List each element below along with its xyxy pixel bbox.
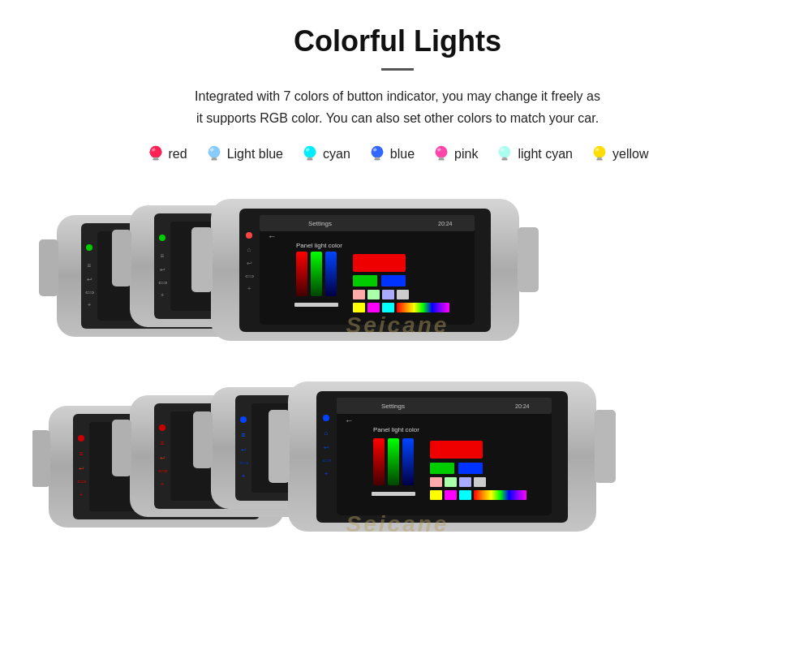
svg-text:Seicane: Seicane xyxy=(346,511,449,536)
svg-text:Panel light color: Panel light color xyxy=(296,242,342,249)
svg-point-142 xyxy=(323,415,329,421)
svg-text:≡: ≡ xyxy=(161,252,165,260)
page-title: Colorful Lights xyxy=(32,24,763,58)
svg-text:Settings: Settings xyxy=(381,403,405,410)
svg-rect-23 xyxy=(502,159,508,161)
svg-text:⟺: ⟺ xyxy=(158,279,168,286)
color-label-cyan: cyan xyxy=(323,147,350,162)
bulb-red-icon xyxy=(147,144,165,165)
svg-text:≡: ≡ xyxy=(241,431,245,439)
title-divider xyxy=(381,68,414,71)
svg-rect-69 xyxy=(381,275,406,286)
svg-text:Settings: Settings xyxy=(308,220,332,227)
svg-rect-77 xyxy=(397,303,449,312)
svg-rect-30 xyxy=(39,239,58,296)
svg-text:+: + xyxy=(88,301,92,308)
color-label-blue: blue xyxy=(390,147,415,162)
svg-text:Seicane: Seicane xyxy=(346,312,449,338)
svg-rect-134 xyxy=(430,477,442,487)
svg-rect-132 xyxy=(430,463,454,474)
svg-rect-70 xyxy=(353,290,365,299)
svg-text:←: ← xyxy=(268,231,277,241)
color-label-pink: pink xyxy=(454,147,478,162)
devices-top-svg: ⌂ ≡ ↩ ⟺ + El... ⌂ ≡ ↩ ⟺ xyxy=(32,183,763,369)
svg-point-25 xyxy=(594,146,606,158)
svg-rect-118 xyxy=(269,410,290,483)
svg-text:≡: ≡ xyxy=(88,262,92,269)
svg-text:⟺: ⟺ xyxy=(158,467,168,475)
svg-rect-127 xyxy=(373,438,385,485)
color-label-yellow: yellow xyxy=(612,147,648,162)
bulb-lightcyan-icon xyxy=(496,144,514,165)
svg-rect-129 xyxy=(402,438,414,485)
svg-point-13 xyxy=(371,146,383,158)
color-label-lightcyan: light cyan xyxy=(518,147,573,162)
svg-rect-19 xyxy=(438,159,444,161)
svg-rect-64 xyxy=(311,252,322,296)
svg-text:20:24: 20:24 xyxy=(515,403,530,409)
device-row-top: ⌂ ≡ ↩ ⟺ + El... ⌂ ≡ ↩ ⟺ xyxy=(32,183,763,369)
svg-rect-15 xyxy=(374,159,380,161)
svg-rect-71 xyxy=(367,290,380,299)
svg-rect-73 xyxy=(397,290,409,299)
svg-rect-131 xyxy=(430,441,483,459)
svg-point-9 xyxy=(304,146,316,158)
bulb-blue-icon xyxy=(368,144,386,165)
svg-point-1 xyxy=(149,146,161,158)
svg-text:↩: ↩ xyxy=(324,444,329,451)
svg-point-112 xyxy=(240,416,247,423)
svg-text:+: + xyxy=(161,480,165,488)
svg-rect-96 xyxy=(112,420,131,476)
svg-point-17 xyxy=(436,146,448,158)
bulb-cyan-icon xyxy=(301,144,319,165)
svg-point-78 xyxy=(246,232,252,239)
svg-rect-130 xyxy=(372,492,415,496)
svg-text:↩: ↩ xyxy=(79,465,84,472)
svg-text:⌂: ⌂ xyxy=(247,246,251,253)
svg-rect-54 xyxy=(191,227,213,292)
svg-text:+: + xyxy=(247,285,251,292)
bulb-pink-icon xyxy=(432,144,450,165)
color-label-lightblue: Light blue xyxy=(227,147,283,162)
svg-rect-65 xyxy=(325,252,337,296)
svg-rect-63 xyxy=(296,252,307,296)
svg-text:⌂: ⌂ xyxy=(324,429,329,437)
svg-text:+: + xyxy=(242,472,246,480)
svg-rect-72 xyxy=(382,290,394,299)
svg-rect-128 xyxy=(388,438,399,485)
svg-rect-55 xyxy=(518,227,539,292)
svg-rect-7 xyxy=(211,159,217,161)
svg-rect-42 xyxy=(112,230,131,286)
device-row-bottom: ⌂ ≡ ↩ ⟺ + ⌂ ≡ ↩ ⟺ + xyxy=(32,369,763,572)
svg-text:↩: ↩ xyxy=(160,266,165,274)
color-item-lightcyan: light cyan xyxy=(496,144,573,165)
svg-point-47 xyxy=(159,235,165,241)
svg-text:↩: ↩ xyxy=(160,454,165,462)
svg-rect-139 xyxy=(445,490,457,500)
svg-rect-136 xyxy=(459,477,471,487)
svg-text:+: + xyxy=(80,491,84,498)
svg-text:≡: ≡ xyxy=(79,450,83,458)
svg-text:+: + xyxy=(324,470,329,477)
svg-point-5 xyxy=(208,146,220,158)
color-item-pink: pink xyxy=(432,144,478,165)
svg-text:←: ← xyxy=(345,416,354,425)
svg-rect-27 xyxy=(596,159,602,161)
svg-rect-68 xyxy=(353,275,377,286)
svg-rect-3 xyxy=(153,159,158,161)
color-list: red Light blue cyan xyxy=(32,144,763,165)
color-item-blue: blue xyxy=(368,144,415,165)
svg-text:⟺: ⟺ xyxy=(85,289,95,296)
description-text: Integrated with 7 colors of button indic… xyxy=(32,85,763,129)
svg-rect-67 xyxy=(353,254,406,272)
svg-text:⟺: ⟺ xyxy=(322,457,332,464)
svg-rect-135 xyxy=(445,477,457,487)
svg-text:+: + xyxy=(161,291,165,299)
svg-text:↩: ↩ xyxy=(87,276,92,283)
svg-text:⟺: ⟺ xyxy=(239,459,249,467)
svg-rect-11 xyxy=(307,159,312,161)
svg-point-21 xyxy=(499,146,511,158)
svg-point-35 xyxy=(86,244,92,251)
devices-bottom-svg: ⌂ ≡ ↩ ⟺ + ⌂ ≡ ↩ ⟺ + xyxy=(32,369,763,572)
color-item-red: red xyxy=(147,144,187,165)
